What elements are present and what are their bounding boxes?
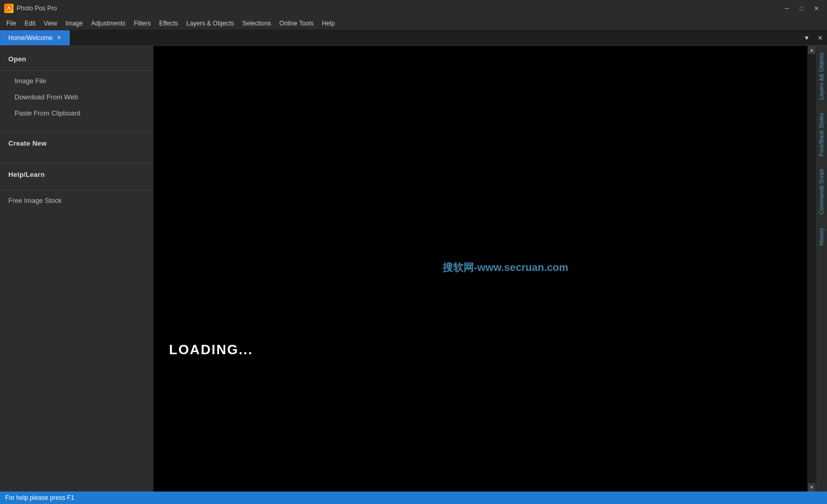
status-text: For help please press F1	[5, 494, 74, 501]
menu-edit[interactable]: Edit	[20, 18, 40, 29]
maximize-button[interactable]: □	[795, 3, 808, 14]
free-image-stock[interactable]: Free Image Stock	[0, 192, 153, 209]
divider-help	[0, 163, 153, 163]
tab-commands-script[interactable]: Commands Script	[816, 162, 827, 221]
menu-online-tools[interactable]: Online Tools	[275, 18, 318, 29]
left-panel: Open Image File Download From Web Paste …	[0, 46, 153, 492]
title-text: Photo Pos Pro	[17, 5, 57, 12]
tab-home-welcome-label: Home/Welcome	[8, 34, 53, 42]
menu-adjustments[interactable]: Adjustments	[87, 18, 130, 29]
divider-free	[0, 190, 153, 190]
scroll-track[interactable]	[808, 54, 816, 483]
scroll-up-button[interactable]: ▲	[808, 46, 816, 54]
create-new-section: Create New	[0, 125, 153, 157]
right-panel: Layers && Objects Fore/Back Styles Comma…	[816, 46, 827, 492]
minimize-button[interactable]: ─	[780, 3, 794, 14]
title-bar-left: Photo Pos Pro	[4, 4, 57, 13]
tab-bar-controls: ▼ ✕	[800, 30, 827, 45]
tab-layers-objects[interactable]: Layers && Objects	[816, 46, 827, 106]
menu-help[interactable]: Help	[318, 18, 339, 29]
tab-fore-back-styles[interactable]: Fore/Back Styles	[816, 106, 827, 162]
menu-selections[interactable]: Selections	[238, 18, 275, 29]
close-button[interactable]: ✕	[809, 3, 823, 14]
menu-view[interactable]: View	[40, 18, 61, 29]
title-bar-controls: ─ □ ✕	[780, 3, 823, 14]
canvas-area: 搜软网-www.secruan.com LOADING...	[153, 46, 807, 492]
app-icon	[4, 4, 14, 13]
menu-effects[interactable]: Effects	[155, 18, 182, 29]
open-download-web[interactable]: Download From Web	[0, 89, 153, 105]
open-section-header: Open	[0, 50, 153, 68]
tab-close-all-button[interactable]: ✕	[813, 30, 827, 46]
status-bar: For help please press F1	[0, 492, 827, 504]
divider-create	[0, 132, 153, 132]
tab-home-welcome[interactable]: Home/Welcome ✕	[0, 30, 70, 45]
tab-history[interactable]: History	[816, 221, 827, 252]
scroll-down-button[interactable]: ▼	[808, 483, 816, 492]
loading-text: LOADING...	[169, 342, 253, 358]
main-content: Open Image File Download From Web Paste …	[0, 46, 827, 492]
tab-dropdown-button[interactable]: ▼	[800, 30, 813, 46]
divider-open	[0, 70, 153, 71]
open-paste-clipboard[interactable]: Paste From Clipboard	[0, 105, 153, 121]
tab-close-icon[interactable]: ✕	[57, 34, 61, 41]
tab-bar: Home/Welcome ✕ ▼ ✕	[0, 30, 827, 46]
right-scrollbar: ▲ ▼	[807, 46, 816, 492]
menu-filters[interactable]: Filters	[130, 18, 155, 29]
open-section: Open Image File Download From Web Paste …	[0, 46, 153, 125]
title-bar: Photo Pos Pro ─ □ ✕	[0, 0, 827, 17]
menu-layers-objects[interactable]: Layers & Objects	[182, 18, 238, 29]
watermark: 搜软网-www.secruan.com	[443, 260, 568, 274]
menu-image[interactable]: Image	[61, 18, 87, 29]
create-new-header[interactable]: Create New	[0, 134, 153, 152]
help-learn-section: Help/Learn	[0, 157, 153, 188]
menu-file[interactable]: File	[2, 18, 20, 29]
open-image-file[interactable]: Image File	[0, 73, 153, 89]
menu-bar: File Edit View Image Adjustments Filters…	[0, 17, 827, 30]
help-learn-header[interactable]: Help/Learn	[0, 165, 153, 184]
